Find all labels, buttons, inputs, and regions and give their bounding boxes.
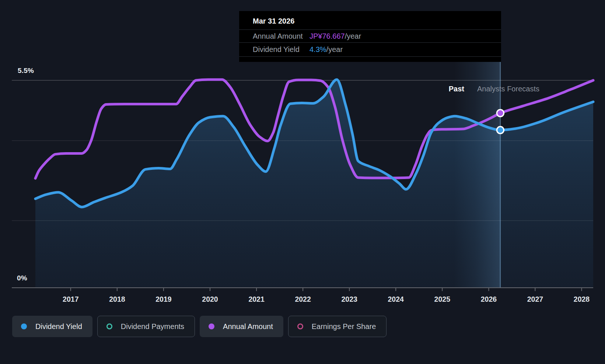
x-axis-label: 2026 — [481, 295, 497, 303]
annual-amount-dot-icon — [209, 323, 214, 329]
legend-toggle-earnings-per-share[interactable]: Earnings Per Share — [288, 316, 387, 337]
x-axis-label: 2028 — [574, 295, 590, 303]
tooltip-annual-amount-label: Annual Amount — [253, 32, 310, 41]
legend-toggle-dividend-payments[interactable]: Dividend Payments — [97, 316, 195, 337]
tooltip-dividend-yield-value: 4.3% — [310, 45, 326, 54]
tooltip-row-dividend-yield: Dividend Yield 4.3% /year — [239, 42, 501, 57]
tooltip-row-annual-amount: Annual Amount JP¥76.667 /year — [239, 29, 501, 42]
x-axis-label: 2018 — [109, 295, 125, 303]
x-axis-label: 2017 — [63, 295, 78, 303]
chart-tooltip: Mar 31 2026 Annual Amount JP¥76.667 /yea… — [239, 11, 501, 62]
x-axis-label: 2021 — [248, 295, 265, 303]
legend-label: Annual Amount — [223, 322, 273, 331]
dividend-yield-dot-icon — [21, 323, 27, 329]
tooltip-annual-amount-value: JP¥76.667 — [310, 32, 345, 41]
legend-toggle-annual-amount[interactable]: Annual Amount — [200, 316, 283, 337]
legend-label: Dividend Payments — [121, 322, 184, 331]
tooltip-date: Mar 31 2026 — [239, 11, 501, 29]
tooltip-dividend-yield-suffix: /year — [326, 45, 343, 54]
annual-amount-marker-dot[interactable] — [497, 110, 504, 117]
legend-label: Earnings Per Share — [312, 322, 376, 331]
chart-legend: Dividend Yield Dividend Payments Annual … — [12, 316, 387, 337]
dividend-yield-marker-dot[interactable] — [497, 127, 504, 134]
y-axis-max-label: 5.5% — [18, 67, 34, 75]
dividend-payments-ring-icon — [106, 323, 112, 329]
y-axis-min-label: 0% — [17, 274, 27, 282]
past-section-label: Past — [420, 85, 464, 93]
x-axis-label: 2020 — [202, 295, 218, 303]
tooltip-annual-amount-suffix: /year — [345, 32, 361, 41]
x-axis-label: 2019 — [155, 295, 172, 303]
hover-highlight-band — [454, 62, 500, 287]
dividend-history-chart-page: 2017201820192020202120222023202420252026… — [0, 0, 605, 364]
analysts-forecasts-section-label: Analysts Forecasts — [477, 85, 539, 93]
earnings-per-share-ring-icon — [297, 323, 303, 329]
legend-toggle-dividend-yield[interactable]: Dividend Yield — [12, 316, 92, 337]
x-axis-label: 2027 — [527, 295, 543, 303]
tooltip-dividend-yield-label: Dividend Yield — [253, 45, 310, 54]
x-axis-label: 2022 — [295, 295, 311, 303]
x-axis-label: 2023 — [342, 295, 358, 303]
x-axis-label: 2025 — [434, 295, 451, 303]
legend-label: Dividend Yield — [35, 322, 82, 331]
x-axis-label: 2024 — [388, 295, 404, 303]
